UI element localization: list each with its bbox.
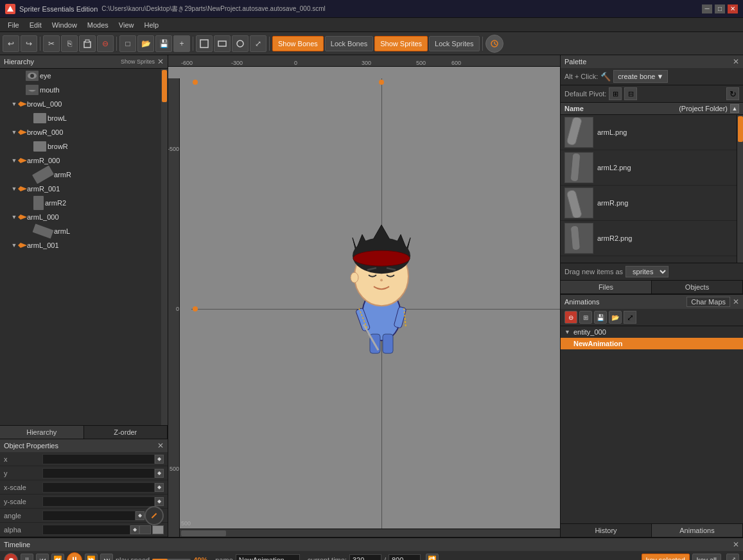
entity-item-entity000[interactable]: ▼ entity_000 [561, 326, 743, 338]
prop-btn-yscale[interactable]: ◆ [155, 497, 164, 506]
img-button[interactable] [196, 35, 213, 52]
tl-prev-key-btn[interactable]: ⏮ [36, 554, 49, 561]
animations-close[interactable]: ✕ [733, 297, 739, 306]
prop-btn-angle[interactable]: ◆ [135, 511, 144, 520]
tree-item-browL000[interactable]: ▼ browL_000 [0, 97, 160, 111]
tl-name-input[interactable] [236, 554, 300, 561]
create-bone-dropdown[interactable]: create bone ▼ [613, 70, 668, 83]
pivot-paste-btn[interactable]: ⊟ [624, 87, 637, 100]
undo-button[interactable]: ↩ [3, 35, 19, 52]
palette-list[interactable]: armL.png armL2.png [561, 115, 743, 263]
prop-btn-y[interactable]: ◆ [155, 469, 164, 478]
tl-current-time-input[interactable] [349, 554, 381, 561]
pivot-copy-btn[interactable]: ⊞ [609, 87, 622, 100]
menu-modes[interactable]: Modes [82, 20, 114, 30]
minimize-button[interactable]: ─ [702, 4, 712, 13]
hierarchy-close[interactable]: ✕ [157, 57, 164, 66]
tool3-button[interactable] [232, 35, 249, 52]
tree-item-browR000[interactable]: ▼ browR_000 [0, 125, 160, 139]
tab-zorder[interactable]: Z-order [84, 426, 168, 439]
canvas-scrollbar-h[interactable] [180, 529, 560, 537]
palette-scrollbar[interactable] [737, 115, 743, 263]
alpha-btn-2[interactable] [152, 525, 164, 534]
close-button[interactable]: ✕ [728, 4, 738, 13]
pivot-refresh-btn[interactable]: ↻ [726, 87, 739, 100]
tree-item-armL000[interactable]: ▼ armL_000 [0, 210, 160, 224]
menu-view[interactable]: View [114, 20, 139, 30]
expand-mouth[interactable] [18, 86, 26, 94]
copy-button[interactable]: ⎘ [61, 35, 78, 52]
add-button[interactable]: + [173, 35, 190, 52]
show-sprites-button[interactable]: Show Sprites [374, 36, 428, 51]
tree-item-browL[interactable]: browL [0, 111, 160, 125]
expand-armL000[interactable]: ▼ [10, 213, 18, 221]
tree-item-armL[interactable]: armL [0, 224, 160, 238]
hierarchy-scrollbar[interactable] [161, 69, 168, 425]
show-bones-button[interactable]: Show Bones [272, 36, 324, 51]
tree-item-armR000[interactable]: ▼ armR_000 [0, 153, 160, 168]
menu-file[interactable]: File [3, 20, 24, 30]
tl-key-selected-btn[interactable]: key selected [642, 554, 690, 561]
entity-tree[interactable]: ▼ entity_000 NewAnimation [561, 326, 743, 523]
anim-import-btn[interactable]: 📂 [609, 311, 622, 324]
tree-item-browR[interactable]: browR [0, 139, 160, 153]
palette-close[interactable]: ✕ [733, 57, 739, 66]
prop-input-x[interactable] [42, 454, 155, 464]
prop-btn-xscale[interactable]: ◆ [155, 483, 164, 492]
anim-duplicate-btn[interactable]: ⊞ [579, 311, 592, 324]
prop-input-y[interactable] [42, 468, 155, 478]
tree-item-armL001[interactable]: ▼ armL_001 [0, 238, 160, 252]
tree-item-eye[interactable]: eye [0, 69, 160, 83]
alpha-btn-1[interactable] [139, 525, 151, 534]
expand-armL001[interactable]: ▼ [10, 241, 18, 249]
canvas-viewport[interactable] [191, 78, 560, 537]
prop-input-alpha[interactable] [42, 525, 130, 535]
prop-input-angle[interactable] [42, 511, 135, 521]
char-maps-button[interactable]: Char Maps [686, 297, 730, 307]
open-button[interactable]: 📂 [137, 35, 154, 52]
anim-delete-btn[interactable]: ⊖ [564, 311, 577, 324]
tab-objects[interactable]: Objects [652, 281, 743, 293]
tab-files[interactable]: Files [561, 281, 652, 293]
menu-window[interactable]: Window [47, 20, 82, 30]
palette-item-armR[interactable]: armR.png [561, 186, 743, 221]
expand-armR000[interactable]: ▼ [10, 157, 18, 164]
tree-item-armR2[interactable]: armR2 [0, 196, 160, 210]
palette-item-armL[interactable]: armL.png [561, 115, 743, 150]
lock-sprites-button[interactable]: Lock Sprites [429, 36, 480, 51]
expand-armR001[interactable]: ▼ [10, 185, 18, 193]
tab-animations[interactable]: Animations [652, 524, 743, 537]
delete-button[interactable]: ⊖ [97, 35, 114, 52]
cut-button[interactable]: ✂ [43, 35, 60, 52]
tl-key-all-btn[interactable]: key all [692, 554, 721, 561]
anim-expand-btn[interactable]: ⤢ [624, 311, 636, 324]
redo-button[interactable]: ↪ [21, 35, 37, 52]
save-button[interactable]: 💾 [155, 35, 172, 52]
prop-btn-alpha[interactable]: ◆ [130, 525, 139, 534]
tab-hierarchy[interactable]: Hierarchy [0, 426, 84, 439]
expand-browL[interactable] [26, 114, 33, 122]
tl-play-btn[interactable]: ⏸ [67, 552, 82, 561]
fps-button[interactable] [485, 35, 503, 53]
anim-button[interactable] [214, 35, 231, 52]
tl-stop-btn[interactable]: || [21, 554, 33, 561]
expand-armR2[interactable] [26, 199, 33, 207]
tl-next-btn[interactable]: ⏩ [85, 554, 98, 561]
palette-col-expand[interactable]: ▲ [730, 104, 739, 113]
tl-record-btn[interactable]: ⏺ [4, 553, 18, 561]
hierarchy-content[interactable]: eye mouth ▼ browL_000 [0, 69, 168, 425]
palette-item-armR2[interactable]: armR2.png [561, 221, 743, 256]
tl-loop-btn[interactable]: 🔁 [426, 554, 439, 561]
tl-next-key-btn[interactable]: ⏭ [100, 554, 113, 561]
paste-button[interactable] [79, 35, 96, 52]
expand-button[interactable]: ⤢ [250, 35, 267, 52]
tab-history[interactable]: History [561, 524, 652, 537]
prop-btn-x[interactable]: ◆ [155, 455, 164, 464]
palette-item-armL2[interactable]: armL2.png [561, 150, 743, 186]
drag-type-select[interactable]: sprites bones [625, 266, 669, 277]
prop-input-yscale[interactable] [42, 496, 155, 507]
entity-expand[interactable]: ▼ [564, 329, 571, 335]
entity-item-newanimation[interactable]: NewAnimation [561, 338, 743, 349]
expand-browR000[interactable]: ▼ [10, 128, 18, 136]
canvas-area[interactable]: -600 -300 0 300 500 600 -500 0 500 [168, 55, 560, 537]
